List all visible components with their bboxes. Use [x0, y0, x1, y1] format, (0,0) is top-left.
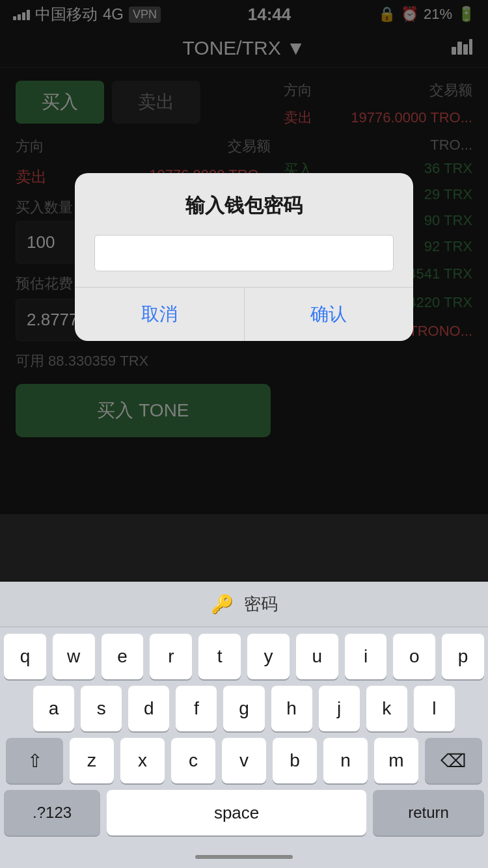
- key-row-4: .?123 space return: [4, 790, 484, 835]
- space-key[interactable]: space: [107, 790, 366, 835]
- key-i[interactable]: i: [345, 634, 387, 679]
- modal-title: 输入钱包密码: [94, 193, 394, 219]
- password-modal: 输入钱包密码 取消 确认: [75, 173, 413, 341]
- key-t[interactable]: t: [198, 634, 241, 679]
- key-e[interactable]: e: [102, 634, 144, 679]
- key-icon: 🔑: [211, 593, 234, 615]
- key-j[interactable]: j: [319, 686, 360, 731]
- key-w[interactable]: w: [53, 634, 95, 679]
- key-k[interactable]: k: [366, 686, 407, 731]
- num-key[interactable]: .?123: [4, 790, 100, 835]
- key-z[interactable]: z: [70, 738, 114, 783]
- key-c[interactable]: c: [171, 738, 215, 783]
- key-v[interactable]: v: [222, 738, 266, 783]
- key-row-3: ⇧ z x c v b n m ⌫: [4, 738, 484, 783]
- key-x[interactable]: x: [120, 738, 165, 783]
- key-m[interactable]: m: [374, 738, 418, 783]
- key-row-2: a s d f g h j k l: [4, 686, 484, 731]
- key-f[interactable]: f: [176, 686, 217, 731]
- key-n[interactable]: n: [323, 738, 368, 783]
- key-l[interactable]: l: [414, 686, 455, 731]
- key-s[interactable]: s: [81, 686, 122, 731]
- key-b[interactable]: b: [273, 738, 317, 783]
- shift-key[interactable]: ⇧: [6, 738, 63, 783]
- keyboard-rows: q w e r t y u i o p a s d f g h j k l ⇧: [0, 627, 488, 846]
- key-u[interactable]: u: [296, 634, 338, 679]
- key-row-1: q w e r t y u i o p: [4, 634, 484, 679]
- key-g[interactable]: g: [223, 686, 264, 731]
- cancel-button[interactable]: 取消: [75, 288, 245, 341]
- keyboard-area: 🔑 密码 q w e r t y u i o p a s d f g h j k: [0, 582, 488, 868]
- key-q[interactable]: q: [4, 634, 46, 679]
- modal-overlay: 输入钱包密码 取消 确认: [0, 0, 488, 514]
- key-d[interactable]: d: [128, 686, 169, 731]
- home-indicator: [195, 855, 293, 859]
- key-p[interactable]: p: [442, 634, 484, 679]
- key-a[interactable]: a: [33, 686, 74, 731]
- return-key[interactable]: return: [373, 790, 484, 835]
- key-y[interactable]: y: [247, 634, 290, 679]
- keyboard-toolbar: 🔑 密码: [0, 582, 488, 627]
- keyboard-toolbar-label: 密码: [244, 593, 278, 616]
- delete-key[interactable]: ⌫: [425, 738, 482, 783]
- modal-buttons: 取消 确认: [75, 287, 413, 341]
- confirm-button[interactable]: 确认: [245, 288, 414, 341]
- key-r[interactable]: r: [150, 634, 192, 679]
- key-o[interactable]: o: [393, 634, 435, 679]
- home-bar-area: [0, 846, 488, 868]
- key-h[interactable]: h: [271, 686, 312, 731]
- password-input[interactable]: [94, 235, 394, 271]
